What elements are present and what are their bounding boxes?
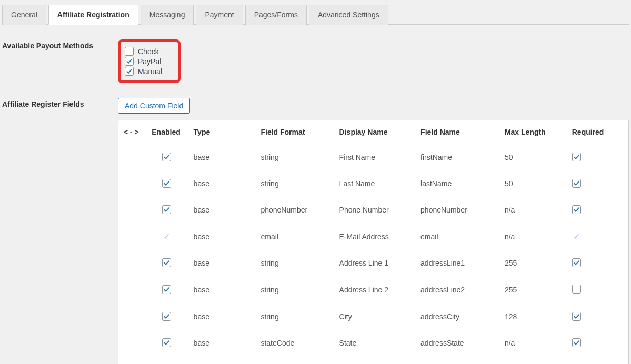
payout-section: Available Payout Methods Check PayPal Ma… [2,39,629,83]
enabled-checkbox[interactable] [162,312,171,321]
cell-format: phoneNumber [255,197,334,223]
tab-affiliate-registration[interactable]: Affiliate Registration [48,5,138,25]
required-checkbox[interactable] [572,258,581,267]
enabled-checkbox[interactable] [162,285,171,294]
cell-field-name: firstName [415,144,499,171]
drag-handle[interactable] [118,330,146,356]
col-maxlen: Max Length [499,120,567,144]
required-checkbox[interactable] [572,153,581,161]
enabled-checkbox[interactable] [162,153,171,161]
tab-pages-forms[interactable]: Pages/Forms [245,5,307,25]
cell-field-name: email [415,223,499,250]
tab-general[interactable]: General [2,5,46,25]
required-checkbox[interactable] [572,285,581,294]
table-row: ✓baseemailE-Mail Addressemailn/a✓ [118,223,628,250]
register-fields-section: Affiliate Register Fields Add Custom Fie… [2,98,629,364]
cell-display-name: Address Line 1 [334,250,415,276]
cell-field-name: addressState [415,330,499,356]
required-checkbox[interactable] [572,205,581,214]
cell-display-name: Zip Code [334,356,415,364]
checkbox-paypal[interactable] [125,57,134,66]
tab-payment[interactable]: Payment [196,5,243,25]
drag-handle[interactable] [118,197,146,223]
cell-field-name: lastName [415,170,499,197]
cell-type: base [188,223,256,250]
table-row: basestringFirst NamefirstName50 [118,144,628,171]
checkbox-paypal-label: PayPal [138,57,161,66]
checkmark-locked-icon: ✓ [162,231,171,241]
payout-label: Available Payout Methods [2,39,118,50]
cell-format: zipCode [255,356,334,364]
table-row: basestringAddress Line 1addressLine1255 [118,250,628,276]
checkmark-locked-icon: ✓ [572,231,581,241]
drag-handle[interactable] [118,223,146,250]
cell-display-name: Phone Number [334,197,415,223]
cell-max-length: 255 [499,276,567,304]
drag-handle[interactable] [118,250,146,276]
cell-field-name: addressLine1 [415,250,499,276]
col-display: Display Name [334,120,415,144]
cell-format: email [255,223,334,250]
table-row: basephoneNumberPhone NumberphoneNumbern/… [118,197,628,223]
required-checkbox[interactable] [572,338,581,347]
cell-display-name: Last Name [334,170,415,197]
enabled-checkbox[interactable] [162,258,171,267]
cell-format: string [255,170,334,197]
drag-handle[interactable] [118,356,146,364]
cell-format: string [255,144,334,171]
cell-max-length: n/a [499,356,567,364]
col-fieldname: Field Name [415,120,499,144]
cell-field-name: phoneNumber [415,197,499,223]
cell-max-length: n/a [499,197,567,223]
table-row: basestringLast NamelastName50 [118,170,628,197]
cell-max-length: 128 [499,304,567,330]
cell-field-name: addressCity [415,304,499,330]
tab-messaging[interactable]: Messaging [141,5,194,25]
cell-field-name: addressZipCode [415,356,499,364]
cell-max-length: 255 [499,250,567,276]
table-row: basezipCodeZip CodeaddressZipCoden/a [118,356,628,364]
enabled-checkbox[interactable] [162,338,171,347]
cell-display-name: E-Mail Address [334,223,415,250]
drag-handle[interactable] [118,144,146,171]
enabled-checkbox[interactable] [162,179,171,188]
col-type: Type [188,120,256,144]
table-row: basestringAddress Line 2addressLine2255 [118,276,628,304]
checkbox-check[interactable] [125,47,134,56]
cell-display-name: City [334,304,415,330]
required-checkbox[interactable] [572,312,581,321]
payout-highlight-box: Check PayPal Manual [118,39,181,83]
cell-type: base [188,356,256,364]
cell-type: base [188,276,256,304]
checkbox-check-label: Check [138,47,159,56]
cell-type: base [188,250,256,276]
cell-max-length: n/a [499,330,567,356]
required-checkbox[interactable] [572,179,581,188]
cell-max-length: 50 [499,144,567,171]
cell-display-name: State [334,330,415,356]
cell-type: base [188,170,256,197]
register-fields-table: < - > Enabled Type Field Format Display … [118,120,629,364]
settings-tabs: General Affiliate Registration Messaging… [2,4,629,25]
cell-display-name: Address Line 2 [334,276,415,304]
cell-type: base [188,144,256,171]
tab-advanced-settings[interactable]: Advanced Settings [309,5,388,25]
cell-max-length: 50 [499,170,567,197]
drag-handle[interactable] [118,170,146,197]
add-custom-field-button[interactable]: Add Custom Field [118,98,190,114]
cell-field-name: addressLine2 [415,276,499,304]
cell-max-length: n/a [499,223,567,250]
cell-type: base [188,197,256,223]
cell-format: stateCode [255,330,334,356]
col-format: Field Format [255,120,334,144]
cell-format: string [255,250,334,276]
enabled-checkbox[interactable] [162,205,171,214]
drag-handle[interactable] [118,276,146,304]
cell-format: string [255,304,334,330]
table-row: basestringCityaddressCity128 [118,304,628,330]
col-sort: < - > [118,120,146,144]
checkbox-manual[interactable] [125,67,134,76]
col-required: Required [567,120,628,144]
cell-format: string [255,276,334,304]
drag-handle[interactable] [118,304,146,330]
